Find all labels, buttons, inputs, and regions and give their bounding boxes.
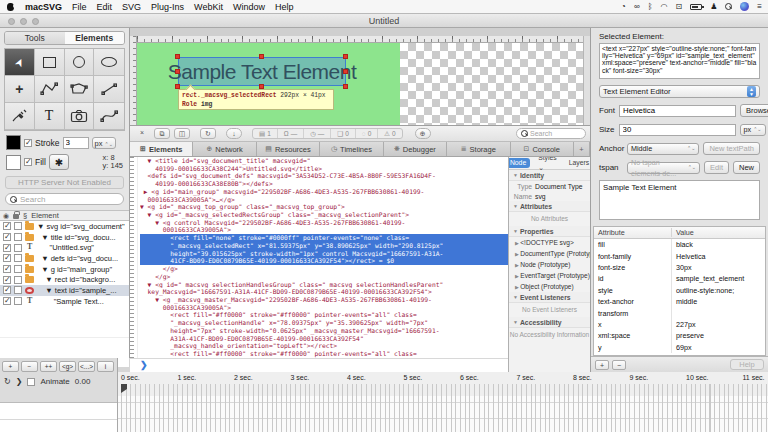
detach-window-icon[interactable]: ⧉	[154, 128, 170, 139]
visibility-checkbox[interactable]	[3, 254, 11, 262]
arrow-tool[interactable]: ➤	[5, 49, 35, 76]
inspector-tab[interactable]: ▤Resources	[257, 142, 320, 156]
tspan-edit-button[interactable]: Edit	[704, 161, 729, 174]
settings-gear-button[interactable]: ✱	[49, 154, 69, 170]
menu-item-edit[interactable]: Edit	[97, 2, 113, 12]
tree-row[interactable]: ▼ svg id="svg_document"	[0, 221, 129, 232]
menu-app-name[interactable]: macSVG	[25, 2, 62, 12]
fill-checkbox[interactable]	[24, 158, 32, 166]
lock-checkbox[interactable]	[14, 297, 22, 305]
code-line[interactable]: ▼ <g id="_macsvg_selectionHandlesGroup" …	[140, 281, 508, 289]
circle-tool[interactable]	[65, 49, 95, 76]
attribute-row[interactable]: font-size 30px	[594, 262, 765, 273]
menu-item-file[interactable]: File	[72, 2, 87, 12]
spotlight-icon[interactable]	[725, 3, 732, 10]
stroke-width-input[interactable]	[63, 137, 89, 149]
handle-mid-right[interactable]	[343, 69, 348, 74]
handle-top-mid[interactable]	[259, 54, 264, 59]
add-tab-button[interactable]: +	[574, 142, 590, 156]
inspector-tab[interactable]: ⊕Network	[193, 142, 256, 156]
inspector-tab[interactable]: ⊡Console	[511, 142, 574, 156]
polygon-tool[interactable]	[65, 76, 95, 103]
lock-checkbox[interactable]	[14, 265, 22, 273]
code-line[interactable]: ▼ <g id="_macsvg_selectedRectsGroup" cla…	[140, 211, 508, 219]
add-attribute-button[interactable]: +	[595, 360, 609, 370]
wifi-icon[interactable]: ◠	[660, 2, 667, 12]
battery-icon[interactable]	[690, 4, 702, 10]
property-item[interactable]: ▶ EventTarget (Prototype)	[509, 270, 590, 281]
sidebar-tab[interactable]: Layers	[565, 158, 590, 168]
tree-row[interactable]: "Sample Text...	[0, 296, 129, 307]
code-line[interactable]: <rect fill="#ff0000" stroke="#ff0000" po…	[140, 311, 508, 319]
code-line[interactable]: "_macsvg_selectedRect" x="81.59375px" y=…	[140, 242, 508, 250]
visibility-checkbox[interactable]	[3, 286, 11, 294]
user-icon[interactable]: ♟	[710, 2, 717, 12]
selected-text-element[interactable]: Sample Text Element	[178, 57, 346, 86]
attribute-row[interactable]: x 227px	[594, 319, 765, 330]
menu-item-plugins[interactable]: Plug-Ins	[151, 2, 184, 12]
console-prompt[interactable]: ❯	[130, 358, 508, 372]
menu-item-webkit[interactable]: WebKit	[194, 2, 223, 12]
clock-icon[interactable]: ◔	[621, 2, 626, 12]
play-icon[interactable]: ❯	[16, 377, 23, 386]
path-tool[interactable]	[94, 103, 124, 130]
stat-badge[interactable]: ▤1	[253, 129, 278, 138]
lock-checkbox[interactable]	[14, 222, 22, 230]
font-size-field[interactable]	[619, 124, 736, 136]
property-item[interactable]: ▶ Object (Prototype)	[509, 281, 590, 292]
code-line[interactable]: <rect fill="none" stroke="#0000ff" point…	[140, 234, 508, 242]
timeline-button[interactable]: −	[21, 361, 38, 372]
new-textpath-button[interactable]: New textPath	[703, 142, 760, 155]
text-content-editor[interactable]: Sample Text Element	[599, 180, 760, 220]
anchor-dropdown[interactable]: Middle⌃⌄	[627, 143, 699, 155]
code-line[interactable]: ▼ <title id="svg_document_title" macsvgi…	[140, 157, 508, 165]
code-line[interactable]: ▶ <g id="main_group" macsvgid="229502BF-…	[140, 188, 508, 196]
attribute-row[interactable]: font-family Helvetica	[594, 250, 765, 261]
inspector-tab[interactable]: ≣Storage	[447, 142, 510, 156]
panel-tab[interactable]: Elements	[65, 32, 125, 44]
inspector-tab[interactable]: ◷Timelines	[320, 142, 383, 156]
size-unit-dropdown[interactable]: px⌃⌄	[740, 124, 766, 136]
code-line[interactable]: </g>	[140, 273, 508, 281]
binoculars-icon[interactable]: ∞	[634, 2, 640, 12]
timeline-button[interactable]: i	[97, 361, 114, 372]
timeline-button[interactable]: <g>	[59, 361, 76, 372]
attribute-row[interactable]: xml:space preserve	[594, 330, 765, 341]
attribute-row[interactable]: text-anchor middle	[594, 296, 765, 307]
code-line[interactable]: ▼ <g _macsvg_master_Macsvgid="229502BF-A…	[140, 296, 508, 304]
properties-section-header[interactable]: ▼Properties	[509, 226, 590, 237]
accessibility-section-header[interactable]: ▼Accessibility	[509, 317, 590, 328]
visibility-checkbox[interactable]	[3, 233, 11, 241]
tspan-dropdown[interactable]: No tspan elements de...⌃⌄	[627, 162, 700, 174]
siri-icon[interactable]	[740, 2, 749, 11]
attribute-row[interactable]: id sample_text_element	[594, 273, 765, 284]
code-line[interactable]: ▼ <g control_Macsvgid="229502BF-A686-4DE…	[140, 219, 508, 227]
handle-bottom-right[interactable]	[343, 84, 348, 89]
event-listeners-section-header[interactable]: ▼Event Listeners	[509, 292, 590, 303]
animate-checkbox[interactable]	[27, 378, 35, 386]
help-button[interactable]: Help	[730, 359, 764, 370]
code-line[interactable]: "_macsvg_selectionHandle" x="78.09375px"…	[140, 319, 508, 327]
tree-row[interactable]: ▼ title id="svg_docu...	[0, 232, 129, 243]
code-line[interactable]: </g>	[140, 265, 508, 273]
tree-row[interactable]: ▼ defs id="svg_docu...	[0, 253, 129, 264]
fill-color-swatch[interactable]	[6, 155, 21, 170]
element-picker-icon[interactable]: ⊕	[415, 128, 431, 139]
menu-item-help[interactable]: Help	[275, 2, 294, 12]
attributes-section-header[interactable]: ▼Attributes	[509, 201, 590, 212]
code-line[interactable]: 40199-00016633CA38E80B"></defs>	[140, 180, 508, 188]
code-line[interactable]: <defs id="svg_document_defs" macsvgid="3…	[140, 172, 508, 180]
code-line[interactable]: 40199-00016633CA38C244">Untitled.svg</ti…	[140, 165, 508, 173]
stat-badge[interactable]: ◌0	[356, 129, 379, 138]
sidebar-tab[interactable]: Node	[508, 158, 530, 168]
tree-row[interactable]: ▼ g id="main_group"	[0, 264, 129, 275]
visibility-checkbox[interactable]	[3, 244, 11, 252]
inspector-tab[interactable]: ⊞Elements	[130, 142, 193, 156]
panel-tab[interactable]: Tools	[5, 32, 65, 44]
polyline-tool[interactable]	[35, 76, 65, 103]
lock-checkbox[interactable]	[14, 233, 22, 241]
lock-checkbox[interactable]	[14, 244, 22, 252]
stroke-unit-dropdown[interactable]: px ⌃⌄	[92, 137, 116, 149]
stat-badge[interactable]: ❑0	[331, 129, 355, 138]
code-line[interactable]: <rect fill="#ff0000" stroke="#ff0000" po…	[140, 350, 508, 358]
